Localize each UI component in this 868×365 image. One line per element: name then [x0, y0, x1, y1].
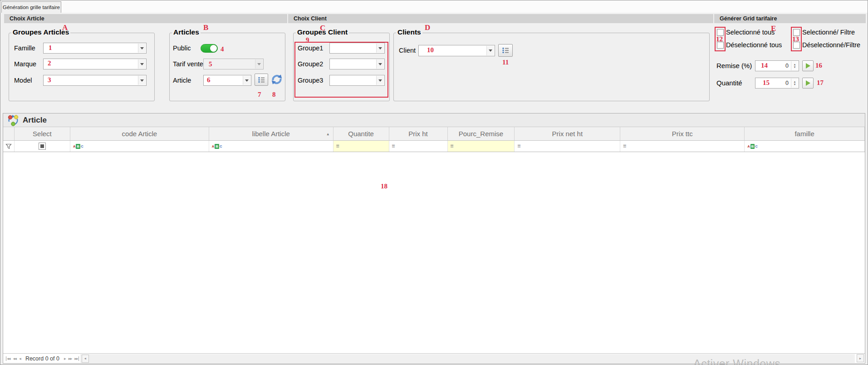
- famille-select[interactable]: [43, 43, 147, 54]
- column-header-prix-ht[interactable]: Prix ht: [389, 127, 448, 140]
- filter-cell-pourc-remise[interactable]: =: [448, 141, 515, 152]
- client-label: Client: [399, 45, 416, 56]
- column-header-pourc-remise[interactable]: Pourc_Remise: [448, 127, 515, 140]
- marque-label: Marque: [14, 59, 36, 69]
- prev-page-button[interactable]: ◂◂: [13, 356, 17, 361]
- checkbox-selectionne-filtre[interactable]: [793, 29, 800, 36]
- spin-down-icon: ▾: [794, 83, 796, 86]
- dropdown-button[interactable]: [376, 44, 384, 53]
- column-header-libelle-article[interactable]: libelle Article▲: [209, 127, 333, 140]
- dropdown-button[interactable]: [243, 76, 250, 85]
- last-record-button[interactable]: ▸▸: [74, 356, 79, 361]
- panel-header-label: Choix Article: [10, 15, 44, 22]
- filter-cell-prix-ttc[interactable]: =: [620, 141, 745, 152]
- next-record-button[interactable]: ▸: [64, 356, 66, 361]
- chevron-down-icon: [140, 47, 144, 49]
- famille-label: Famille: [14, 43, 35, 54]
- article-label: Article: [173, 75, 191, 86]
- checkbox-label: Déselectionné tous: [726, 41, 782, 49]
- client-select[interactable]: [418, 45, 495, 56]
- chevron-down-icon: [245, 79, 249, 82]
- spinner-buttons[interactable]: ▴▾: [791, 61, 798, 70]
- dropdown-button[interactable]: [138, 59, 146, 69]
- groupe3-label: Groupe3: [298, 75, 323, 86]
- annotation-17: 17: [817, 79, 824, 86]
- client-list-button[interactable]: [498, 44, 513, 57]
- checkbox-deselectionne-tous[interactable]: [717, 42, 724, 49]
- column-header-label: code Article: [122, 130, 157, 138]
- chevron-down-icon: [489, 49, 492, 52]
- scroll-left-button[interactable]: ◂: [82, 355, 89, 363]
- spinner-buttons[interactable]: ▴▾: [791, 79, 798, 88]
- filter-cell-indicator[interactable]: [3, 141, 15, 152]
- remise-input[interactable]: 0 ▴▾: [755, 60, 799, 71]
- prev-record-button[interactable]: ◂: [19, 356, 21, 361]
- tab-generation-grille-tarifaire[interactable]: Génération grille tarifaire: [1, 1, 61, 13]
- remise-value: 0: [785, 61, 789, 71]
- dropdown-button[interactable]: [138, 44, 146, 53]
- chevron-down-icon: [257, 63, 261, 65]
- list-icon: [502, 47, 509, 54]
- panel-header-choix-article: Choix Article: [4, 14, 287, 23]
- scroll-right-button[interactable]: ▸: [857, 354, 864, 362]
- groupbox-clients: [393, 33, 710, 101]
- column-header-quantite[interactable]: Quantite: [333, 127, 389, 140]
- groupbox-title: Groupes Client: [296, 28, 349, 36]
- panel-header-generer-grid: Générer Grid tarifaire: [714, 14, 866, 23]
- grid-empty-body[interactable]: [3, 152, 865, 353]
- groupe1-select[interactable]: [329, 43, 385, 54]
- grid-filter-row: ABCABC=====ABC: [3, 141, 865, 152]
- quantite-input[interactable]: 0 ▴▾: [755, 78, 799, 89]
- select-all-checkbox[interactable]: [39, 143, 46, 150]
- column-header-code-article[interactable]: code Article: [70, 127, 209, 140]
- public-label: Public: [173, 43, 191, 54]
- column-header-label: libelle Article: [252, 130, 290, 138]
- abc-filter-icon: ABC: [212, 144, 222, 149]
- public-toggle[interactable]: [201, 44, 218, 53]
- dropdown-button[interactable]: [376, 76, 384, 85]
- annotation-16: 16: [815, 62, 822, 69]
- checkbox-selectionne-tous[interactable]: [717, 29, 724, 36]
- abc-filter-icon: ABC: [73, 144, 83, 149]
- filter-cell-select[interactable]: [15, 141, 70, 152]
- tarif-vente-select[interactable]: [203, 59, 264, 69]
- record-status: Record 0 of 0: [25, 355, 59, 362]
- spin-down-icon: ▾: [794, 66, 796, 69]
- row-indicator-header: [3, 127, 15, 140]
- apply-remise-button[interactable]: [802, 60, 814, 71]
- dropdown-button[interactable]: [376, 59, 384, 69]
- dropdown-button[interactable]: [138, 76, 146, 85]
- filter-cell-quantite[interactable]: =: [333, 141, 389, 152]
- equals-filter-icon: =: [336, 143, 339, 149]
- article-list-button[interactable]: [255, 74, 268, 86]
- chevron-down-icon: [378, 47, 382, 49]
- column-header-select[interactable]: Select: [15, 127, 70, 140]
- groupe3-select[interactable]: [329, 75, 385, 86]
- abc-filter-icon: ABC: [747, 144, 758, 149]
- annotation-d: D: [425, 24, 430, 31]
- refresh-articles-button[interactable]: [270, 73, 284, 86]
- filter-cell-libelle-article[interactable]: ABC: [209, 141, 333, 152]
- model-select[interactable]: [43, 75, 147, 86]
- dropdown-button[interactable]: [255, 59, 263, 69]
- equals-filter-icon: =: [392, 143, 395, 149]
- filter-cell-code-article[interactable]: ABC: [70, 141, 209, 152]
- dropdown-button[interactable]: [486, 46, 494, 55]
- next-page-button[interactable]: ▸▸: [69, 356, 72, 361]
- marque-select[interactable]: [43, 59, 147, 69]
- equals-filter-icon: =: [451, 143, 454, 149]
- groupe2-select[interactable]: [329, 59, 385, 69]
- column-header-prix-ttc[interactable]: Prix ttc: [620, 127, 745, 140]
- first-record-button[interactable]: ◂◂: [6, 356, 10, 361]
- filter-cell-famille[interactable]: ABC: [745, 141, 865, 152]
- apply-quantite-button[interactable]: [802, 78, 814, 89]
- column-header-famille[interactable]: famille: [745, 127, 865, 140]
- equals-filter-icon: =: [517, 143, 520, 149]
- panel-header-label: Générer Grid tarifaire: [720, 15, 777, 22]
- article-select[interactable]: [203, 75, 251, 86]
- column-header-prix-net-ht[interactable]: Prix net ht: [515, 127, 620, 140]
- filter-cell-prix-net-ht[interactable]: =: [515, 141, 620, 152]
- checkbox-label: Selectionné/ Filtre: [802, 29, 855, 36]
- filter-cell-prix-ht[interactable]: =: [389, 141, 448, 152]
- checkbox-deselectionne-filtre[interactable]: [793, 42, 800, 49]
